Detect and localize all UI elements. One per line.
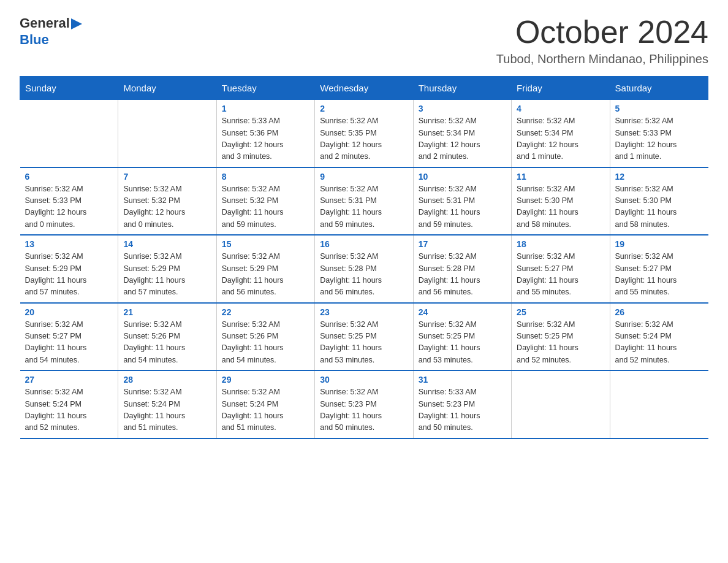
day-info: Sunrise: 5:32 AM Sunset: 5:23 PM Dayligh… (320, 386, 408, 434)
svg-marker-0 (71, 18, 82, 29)
calendar-day-header: Friday (512, 77, 610, 100)
calendar-header-row: SundayMondayTuesdayWednesdayThursdayFrid… (20, 77, 708, 100)
day-number: 26 (615, 307, 703, 317)
day-info: Sunrise: 5:32 AM Sunset: 5:31 PM Dayligh… (320, 183, 408, 231)
day-info: Sunrise: 5:32 AM Sunset: 5:26 PM Dayligh… (222, 319, 309, 367)
day-number: 16 (320, 239, 408, 249)
calendar-cell: 9Sunrise: 5:32 AM Sunset: 5:31 PM Daylig… (315, 167, 413, 236)
day-info: Sunrise: 5:32 AM Sunset: 5:27 PM Dayligh… (615, 251, 703, 299)
day-info: Sunrise: 5:33 AM Sunset: 5:36 PM Dayligh… (222, 115, 309, 163)
day-number: 15 (222, 239, 309, 249)
calendar-cell: 14Sunrise: 5:32 AM Sunset: 5:29 PM Dayli… (118, 235, 216, 303)
calendar-cell: 2Sunrise: 5:32 AM Sunset: 5:35 PM Daylig… (315, 100, 413, 167)
calendar-week-row: 27Sunrise: 5:32 AM Sunset: 5:24 PM Dayli… (20, 370, 708, 439)
calendar-cell: 24Sunrise: 5:32 AM Sunset: 5:25 PM Dayli… (413, 303, 511, 371)
day-number: 12 (615, 172, 703, 182)
calendar-cell: 16Sunrise: 5:32 AM Sunset: 5:28 PM Dayli… (315, 235, 413, 303)
calendar-cell: 3Sunrise: 5:32 AM Sunset: 5:34 PM Daylig… (413, 100, 511, 167)
calendar-day-header: Wednesday (315, 77, 413, 100)
day-info: Sunrise: 5:32 AM Sunset: 5:28 PM Dayligh… (419, 251, 506, 299)
day-info: Sunrise: 5:32 AM Sunset: 5:32 PM Dayligh… (123, 183, 211, 231)
calendar-week-row: 13Sunrise: 5:32 AM Sunset: 5:29 PM Dayli… (20, 235, 708, 303)
day-number: 8 (222, 172, 309, 182)
calendar-day-header: Tuesday (216, 77, 314, 100)
calendar-cell: 27Sunrise: 5:32 AM Sunset: 5:24 PM Dayli… (20, 370, 118, 439)
day-info: Sunrise: 5:32 AM Sunset: 5:33 PM Dayligh… (25, 183, 113, 231)
day-number: 19 (615, 239, 703, 249)
calendar-cell: 29Sunrise: 5:32 AM Sunset: 5:24 PM Dayli… (216, 370, 314, 439)
calendar-cell: 10Sunrise: 5:32 AM Sunset: 5:31 PM Dayli… (413, 167, 511, 236)
day-info: Sunrise: 5:32 AM Sunset: 5:24 PM Dayligh… (25, 386, 113, 434)
day-number: 21 (123, 307, 211, 317)
day-number: 6 (25, 172, 113, 182)
calendar-cell: 12Sunrise: 5:32 AM Sunset: 5:30 PM Dayli… (610, 167, 708, 236)
calendar-cell (610, 370, 708, 439)
calendar-cell: 11Sunrise: 5:32 AM Sunset: 5:30 PM Dayli… (512, 167, 610, 236)
day-number: 13 (25, 239, 113, 249)
day-number: 28 (123, 375, 211, 385)
day-info: Sunrise: 5:32 AM Sunset: 5:25 PM Dayligh… (419, 319, 506, 367)
calendar-cell: 4Sunrise: 5:32 AM Sunset: 5:34 PM Daylig… (512, 100, 610, 167)
calendar-week-row: 1Sunrise: 5:33 AM Sunset: 5:36 PM Daylig… (20, 100, 708, 167)
day-number: 7 (123, 172, 211, 182)
calendar-day-header: Monday (118, 77, 216, 100)
calendar-cell: 17Sunrise: 5:32 AM Sunset: 5:28 PM Dayli… (413, 235, 511, 303)
day-number: 1 (222, 104, 309, 113)
day-info: Sunrise: 5:33 AM Sunset: 5:23 PM Dayligh… (419, 386, 506, 434)
calendar-cell: 18Sunrise: 5:32 AM Sunset: 5:27 PM Dayli… (512, 235, 610, 303)
calendar-cell: 15Sunrise: 5:32 AM Sunset: 5:29 PM Dayli… (216, 235, 314, 303)
day-number: 18 (517, 239, 604, 249)
day-number: 5 (615, 104, 703, 113)
day-number: 9 (320, 172, 408, 182)
day-number: 20 (25, 307, 113, 317)
day-info: Sunrise: 5:32 AM Sunset: 5:35 PM Dayligh… (320, 115, 408, 163)
day-info: Sunrise: 5:32 AM Sunset: 5:27 PM Dayligh… (517, 251, 604, 299)
calendar-cell: 30Sunrise: 5:32 AM Sunset: 5:23 PM Dayli… (315, 370, 413, 439)
calendar-cell: 6Sunrise: 5:32 AM Sunset: 5:33 PM Daylig… (20, 167, 118, 236)
day-info: Sunrise: 5:32 AM Sunset: 5:34 PM Dayligh… (517, 115, 604, 163)
day-info: Sunrise: 5:32 AM Sunset: 5:24 PM Dayligh… (615, 319, 703, 367)
calendar-cell: 21Sunrise: 5:32 AM Sunset: 5:26 PM Dayli… (118, 303, 216, 371)
day-info: Sunrise: 5:32 AM Sunset: 5:30 PM Dayligh… (517, 183, 604, 231)
title-block: October 2024 Tubod, Northern Mindanao, P… (496, 15, 708, 66)
calendar-day-header: Sunday (20, 77, 118, 100)
day-info: Sunrise: 5:32 AM Sunset: 5:32 PM Dayligh… (222, 183, 309, 231)
day-info: Sunrise: 5:32 AM Sunset: 5:31 PM Dayligh… (419, 183, 506, 231)
calendar-cell (118, 100, 216, 167)
day-number: 4 (517, 104, 604, 113)
day-number: 24 (419, 307, 506, 317)
day-number: 2 (320, 104, 408, 113)
calendar-cell: 26Sunrise: 5:32 AM Sunset: 5:24 PM Dayli… (610, 303, 708, 371)
logo-general-text: General (20, 15, 70, 31)
day-number: 22 (222, 307, 309, 317)
calendar-cell: 19Sunrise: 5:32 AM Sunset: 5:27 PM Dayli… (610, 235, 708, 303)
calendar-day-header: Thursday (413, 77, 511, 100)
calendar-cell: 28Sunrise: 5:32 AM Sunset: 5:24 PM Dayli… (118, 370, 216, 439)
day-number: 25 (517, 307, 604, 317)
day-info: Sunrise: 5:32 AM Sunset: 5:24 PM Dayligh… (123, 386, 211, 434)
day-number: 14 (123, 239, 211, 249)
day-info: Sunrise: 5:32 AM Sunset: 5:29 PM Dayligh… (25, 251, 113, 299)
day-info: Sunrise: 5:32 AM Sunset: 5:24 PM Dayligh… (222, 386, 309, 434)
calendar-cell: 1Sunrise: 5:33 AM Sunset: 5:36 PM Daylig… (216, 100, 314, 167)
day-info: Sunrise: 5:32 AM Sunset: 5:33 PM Dayligh… (615, 115, 703, 163)
day-number: 30 (320, 375, 408, 385)
day-number: 17 (419, 239, 506, 249)
day-info: Sunrise: 5:32 AM Sunset: 5:29 PM Dayligh… (123, 251, 211, 299)
day-info: Sunrise: 5:32 AM Sunset: 5:25 PM Dayligh… (320, 319, 408, 367)
logo: General Blue (20, 15, 82, 48)
page-header: General Blue October 2024 Tubod, Norther… (20, 15, 708, 66)
day-number: 10 (419, 172, 506, 182)
page-title: October 2024 (496, 15, 708, 50)
day-number: 29 (222, 375, 309, 385)
calendar-cell: 7Sunrise: 5:32 AM Sunset: 5:32 PM Daylig… (118, 167, 216, 236)
calendar-body: 1Sunrise: 5:33 AM Sunset: 5:36 PM Daylig… (20, 100, 708, 439)
calendar-cell (20, 100, 118, 167)
day-info: Sunrise: 5:32 AM Sunset: 5:28 PM Dayligh… (320, 251, 408, 299)
calendar-cell: 25Sunrise: 5:32 AM Sunset: 5:25 PM Dayli… (512, 303, 610, 371)
calendar-header: SundayMondayTuesdayWednesdayThursdayFrid… (20, 77, 708, 100)
calendar-cell: 8Sunrise: 5:32 AM Sunset: 5:32 PM Daylig… (216, 167, 314, 236)
calendar-table: SundayMondayTuesdayWednesdayThursdayFrid… (20, 76, 708, 439)
day-info: Sunrise: 5:32 AM Sunset: 5:30 PM Dayligh… (615, 183, 703, 231)
calendar-cell (512, 370, 610, 439)
